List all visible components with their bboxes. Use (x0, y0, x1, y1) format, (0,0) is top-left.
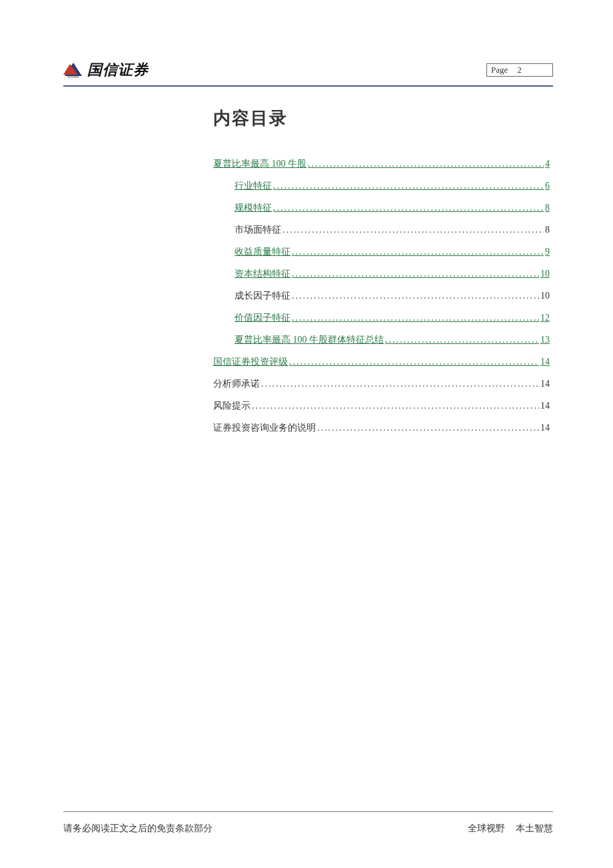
page-header: GUOSEN 国信证券 Page 2 (63, 60, 553, 80)
toc-dots (385, 333, 539, 347)
toc-list: 夏普比率最高 100 牛股 4行业特征 6规模特征 8市场面特征 8收益质量特征… (213, 157, 550, 435)
toc-item: 市场面特征 8 (235, 223, 550, 237)
toc-item-page: 14 (540, 355, 550, 369)
toc-item-label: 收益质量特征 (235, 245, 291, 259)
toc-item[interactable]: 国信证券投资评级 14 (213, 355, 550, 369)
page-label: Page (491, 65, 508, 75)
footer-disclaimer: 请务必阅读正文之后的免责条款部分 (63, 823, 213, 835)
toc-item-page: 9 (545, 245, 550, 259)
toc-item-page: 12 (540, 311, 550, 325)
toc-item-label: 夏普比率最高 100 牛股 (213, 157, 306, 171)
toc-item-page: 14 (540, 421, 550, 435)
toc-item-label: 国信证券投资评级 (213, 355, 288, 369)
toc-item-page: 8 (545, 223, 550, 237)
toc-dots (317, 421, 539, 435)
toc-dots (292, 289, 539, 303)
toc-item-label: 规模特征 (235, 201, 272, 215)
toc-item[interactable]: 规模特征 8 (235, 201, 550, 215)
toc-dots (273, 179, 544, 193)
toc-item[interactable]: 夏普比率最高 100 牛股 4 (213, 157, 550, 171)
toc-dots (308, 157, 544, 171)
toc-item[interactable]: 价值因子特征 12 (235, 311, 550, 325)
footer-tag-global: 全球视野 (468, 823, 505, 835)
toc-dots (289, 355, 539, 369)
toc-dots (273, 201, 544, 215)
toc-item-label: 分析师承诺 (213, 377, 260, 391)
toc-item-page: 14 (540, 399, 550, 413)
toc-item-page: 4 (545, 157, 550, 171)
toc-item[interactable]: 夏普比率最高 100 牛股群体特征总结 13 (235, 333, 550, 347)
svg-text:GUOSEN: GUOSEN (67, 75, 79, 79)
logo-icon: GUOSEN (63, 61, 83, 79)
header-divider (63, 85, 553, 87)
toc-item-label: 行业特征 (235, 179, 272, 193)
toc-item-label: 证券投资咨询业务的说明 (213, 421, 316, 435)
toc-item-label: 夏普比率最高 100 牛股群体特征总结 (235, 333, 384, 347)
toc-dots (261, 377, 539, 391)
logo-text: 国信证券 (87, 60, 149, 80)
page-footer: 请务必阅读正文之后的免责条款部分 全球视野 本土智慧 (63, 811, 553, 835)
toc-item-label: 市场面特征 (235, 223, 281, 237)
toc-item: 证券投资咨询业务的说明 14 (213, 421, 550, 435)
toc-item-page: 10 (540, 267, 550, 281)
toc-dots (292, 267, 539, 281)
toc-item-page: 13 (540, 333, 550, 347)
toc-item[interactable]: 行业特征 6 (235, 179, 550, 193)
toc-item-label: 风险提示 (213, 399, 251, 413)
toc-item: 成长因子特征 10 (235, 289, 550, 303)
toc-dots (292, 245, 544, 259)
toc-dots (292, 311, 539, 325)
toc-item: 分析师承诺 14 (213, 377, 550, 391)
toc-item-page: 14 (540, 377, 550, 391)
logo: GUOSEN 国信证券 (63, 60, 149, 80)
toc-item-label: 成长因子特征 (235, 289, 291, 303)
page-number: 2 (517, 65, 522, 75)
toc-item: 风险提示 14 (213, 399, 550, 413)
toc-dots (283, 223, 544, 237)
footer-tag-local: 本土智慧 (516, 823, 553, 835)
footer-divider (63, 811, 553, 812)
toc-item-label: 资本结构特征 (235, 267, 291, 281)
toc-dots (252, 399, 539, 413)
toc-item[interactable]: 收益质量特征 9 (235, 245, 550, 259)
toc-title: 内容目录 (213, 107, 550, 130)
toc-item[interactable]: 资本结构特征 10 (235, 267, 550, 281)
toc-item-page: 6 (545, 179, 550, 193)
toc-item-page: 8 (545, 201, 550, 215)
toc-item-label: 价值因子特征 (235, 311, 291, 325)
toc-item-page: 10 (540, 289, 550, 303)
page-number-badge: Page 2 (486, 63, 553, 77)
